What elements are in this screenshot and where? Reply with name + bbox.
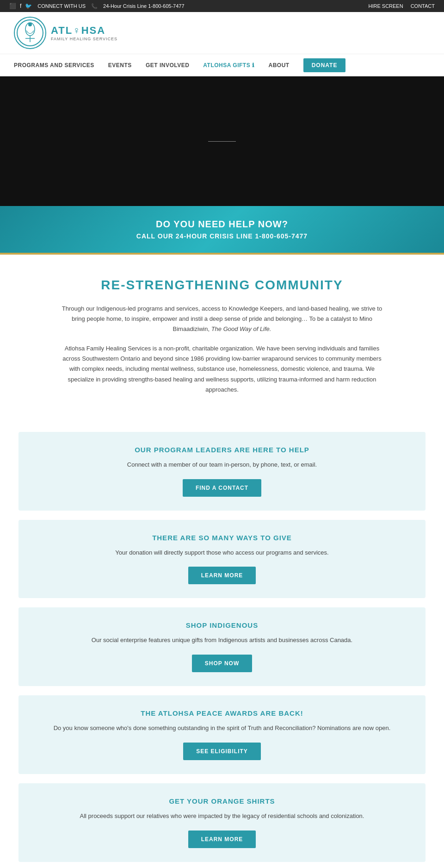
instagram-icon[interactable]: ⬛ (9, 3, 16, 9)
crisis-sub: CALL OUR 24-HOUR CRISIS LINE 1-800-605-7… (9, 232, 435, 240)
main-title: RE-STRENGTHENING COMMUNITY (28, 278, 416, 293)
hire-screen-link[interactable]: HIRE SCREEN (368, 3, 403, 9)
phone-icon: 📞 (91, 3, 98, 9)
logo-area: ATL♀HSA FAMILY HEALING SERVICES (14, 17, 117, 49)
hero-banner (0, 76, 444, 206)
hero-line (208, 141, 236, 142)
nav-programs[interactable]: PROGRAMS AND SERVICES (14, 62, 94, 69)
card-contact-desc: Connect with a member of our team in-per… (37, 460, 407, 470)
card-donate-title: THERE ARE SO MANY WAYS TO GIVE (37, 534, 407, 542)
nav-get-involved[interactable]: GET INVOLVED (146, 62, 189, 69)
card-contact-title: OUR PROGRAM LEADERS ARE HERE TO HELP (37, 446, 407, 454)
card-donate: THERE ARE SO MANY WAYS TO GIVE Your dona… (18, 520, 426, 599)
top-bar: ⬛ f 🐦 CONNECT WITH US 📞 24-Hour Crisis L… (0, 0, 444, 12)
nav-events[interactable]: EVENTS (108, 62, 132, 69)
svg-point-4 (28, 23, 32, 26)
nav-about[interactable]: ABOUT (269, 62, 290, 69)
header: ATL♀HSA FAMILY HEALING SERVICES (0, 12, 444, 54)
logo-circle (14, 17, 46, 49)
cards-area: OUR PROGRAM LEADERS ARE HERE TO HELP Con… (0, 427, 444, 868)
see-eligibility-button[interactable]: SEE ELIGIBILITY (183, 743, 261, 760)
nav-gifts[interactable]: ATLOHSA GIFTS ℹ (203, 62, 254, 69)
contact-link[interactable]: CONTACT (411, 3, 435, 9)
top-bar-right: HIRE SCREEN CONTACT (368, 3, 435, 9)
twitter-icon[interactable]: 🐦 (25, 3, 32, 9)
shop-now-button[interactable]: SHOP NOW (192, 655, 252, 672)
card-shop: SHOP INDIGENOUS Our social enterprise fe… (18, 607, 426, 686)
learn-more-shirts-button[interactable]: LEARN MORE (188, 831, 256, 848)
card-awards: THE ATLOHSA PEACE AWARDS ARE BACK! Do yo… (18, 695, 426, 774)
logo-svg (16, 19, 44, 47)
facebook-icon[interactable]: f (20, 3, 21, 9)
card-shop-desc: Our social enterprise features unique gi… (37, 636, 407, 645)
main-desc2: Atlohsa Family Healing Services is a non… (60, 343, 384, 394)
main-content: RE-STRENGTHENING COMMUNITY Through our I… (0, 255, 444, 427)
learn-more-donate-button[interactable]: LEARN MORE (188, 567, 256, 584)
card-donate-desc: Your donation will directly support thos… (37, 548, 407, 558)
card-shop-title: SHOP INDIGENOUS (37, 621, 407, 629)
donate-button[interactable]: DONATE (303, 58, 346, 72)
top-bar-left: ⬛ f 🐦 CONNECT WITH US 📞 24-Hour Crisis L… (9, 3, 185, 9)
crisis-banner: DO YOU NEED HELP NOW? CALL OUR 24-HOUR C… (0, 206, 444, 253)
find-contact-button[interactable]: FIND A CONTACT (183, 479, 261, 497)
nav: PROGRAMS AND SERVICES EVENTS GET INVOLVE… (0, 54, 444, 76)
logo-text-area: ATL♀HSA FAMILY HEALING SERVICES (51, 25, 117, 41)
card-shirts: GET YOUR ORANGE SHIRTS All proceeds supp… (18, 783, 426, 862)
crisis-title: DO YOU NEED HELP NOW? (9, 219, 435, 230)
card-awards-title: THE ATLOHSA PEACE AWARDS ARE BACK! (37, 709, 407, 717)
connect-label: CONNECT WITH US (37, 3, 86, 9)
card-contact: OUR PROGRAM LEADERS ARE HERE TO HELP Con… (18, 432, 426, 511)
social-icons: ⬛ f 🐦 (9, 3, 32, 9)
logo-name: ATL♀HSA (51, 25, 117, 37)
logo-sub: FAMILY HEALING SERVICES (51, 37, 117, 41)
crisis-phone-label: 24-Hour Crisis Line 1-800-605-7477 (103, 3, 184, 9)
card-awards-desc: Do you know someone who's done something… (37, 724, 407, 733)
main-desc1: Through our Indigenous-led programs and … (60, 304, 384, 334)
card-shirts-title: GET YOUR ORANGE SHIRTS (37, 797, 407, 805)
card-shirts-desc: All proceeds support our relatives who w… (37, 812, 407, 821)
